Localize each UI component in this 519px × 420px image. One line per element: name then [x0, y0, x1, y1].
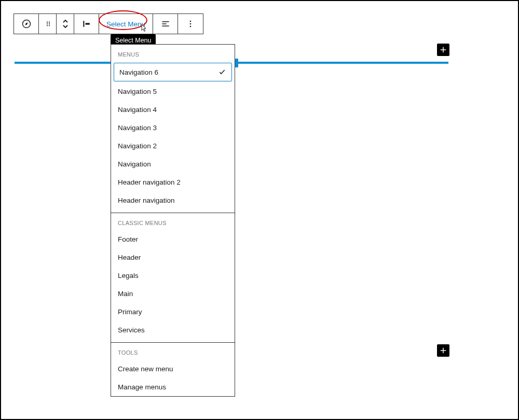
align-left-icon	[81, 19, 92, 29]
menu-item-label: Navigation 3	[118, 124, 157, 132]
menu-item-navigation-5[interactable]: Navigation 5	[111, 82, 235, 101]
drag-handle-button[interactable]	[39, 14, 57, 34]
svg-point-2	[48, 22, 49, 23]
check-icon	[218, 68, 226, 76]
align-button[interactable]	[74, 14, 99, 34]
svg-point-6	[48, 25, 49, 26]
plus-icon	[439, 346, 448, 355]
menu-item-label: Footer	[118, 235, 138, 243]
menu-item-legals[interactable]: Legals	[111, 267, 235, 285]
menu-item-label: Main	[118, 290, 133, 298]
svg-point-14	[190, 26, 192, 27]
select-menu-dropdown: MENUS Navigation 6 Navigation 5 Navigati…	[111, 44, 235, 397]
menu-item-navigation-6[interactable]: Navigation 6	[114, 63, 232, 81]
dropdown-section-header-tools: TOOLS	[111, 343, 235, 360]
menu-item-label: Navigation 4	[118, 106, 157, 114]
svg-point-13	[190, 23, 192, 25]
menu-item-navigation[interactable]: Navigation	[111, 155, 235, 173]
menu-item-header-navigation[interactable]: Header navigation	[111, 191, 235, 209]
svg-rect-7	[83, 21, 84, 27]
menu-item-primary[interactable]: Primary	[111, 303, 235, 321]
menu-item-label: Header navigation	[118, 197, 175, 204]
menu-item-label: Header	[118, 254, 141, 261]
navigation-block-icon-button[interactable]	[14, 14, 39, 34]
menu-item-label: Navigation 2	[118, 142, 157, 150]
more-vertical-icon	[185, 19, 196, 29]
menu-item-label: Create new menu	[118, 365, 173, 373]
svg-rect-8	[85, 23, 89, 24]
justify-left-icon	[160, 19, 171, 29]
menu-item-footer[interactable]: Footer	[111, 230, 235, 248]
svg-point-12	[190, 21, 192, 22]
menu-item-label: Navigation 6	[119, 68, 158, 76]
menu-item-create-new-menu[interactable]: Create new menu	[111, 360, 235, 378]
menu-item-label: Header navigation 2	[118, 178, 181, 186]
select-menu-label: Select Menu	[106, 20, 145, 28]
plus-icon	[439, 45, 448, 54]
block-resize-handle[interactable]	[235, 59, 238, 67]
svg-point-1	[46, 22, 47, 23]
block-toolbar: Select Menu	[13, 13, 203, 34]
menu-item-label: Primary	[118, 308, 142, 316]
menu-item-header[interactable]: Header	[111, 248, 235, 267]
menu-item-label: Legals	[118, 272, 139, 279]
svg-point-4	[48, 23, 49, 24]
dropdown-section-header-classic: CLASSIC MENUS	[111, 213, 235, 230]
menu-item-services[interactable]: Services	[111, 321, 235, 339]
menu-item-navigation-4[interactable]: Navigation 4	[111, 101, 235, 119]
menu-item-label: Navigation	[118, 160, 151, 168]
menu-item-label: Navigation 5	[118, 88, 157, 95]
add-block-button-bottom[interactable]	[437, 344, 449, 357]
tooltip-text: Select Menu	[115, 37, 151, 44]
menu-item-main[interactable]: Main	[111, 285, 235, 303]
more-options-button[interactable]	[178, 14, 203, 34]
drag-handle-icon	[44, 20, 52, 28]
menu-item-navigation-2[interactable]: Navigation 2	[111, 137, 235, 155]
menu-item-label: Manage menus	[118, 383, 166, 391]
menu-item-manage-menus[interactable]: Manage menus	[111, 378, 235, 396]
dropdown-section-header-menus: MENUS	[111, 45, 235, 62]
chevron-updown-icon	[62, 19, 69, 29]
menu-item-label: Services	[118, 326, 145, 334]
menu-item-header-navigation-2[interactable]: Header navigation 2	[111, 173, 235, 191]
add-block-button-top[interactable]	[437, 44, 449, 56]
justify-button[interactable]	[153, 14, 178, 34]
select-menu-button[interactable]: Select Menu	[99, 14, 153, 34]
compass-icon	[21, 19, 32, 29]
move-updown-button[interactable]	[57, 14, 74, 34]
svg-point-5	[46, 25, 47, 26]
menu-item-navigation-3[interactable]: Navigation 3	[111, 119, 235, 137]
svg-point-3	[46, 23, 47, 24]
